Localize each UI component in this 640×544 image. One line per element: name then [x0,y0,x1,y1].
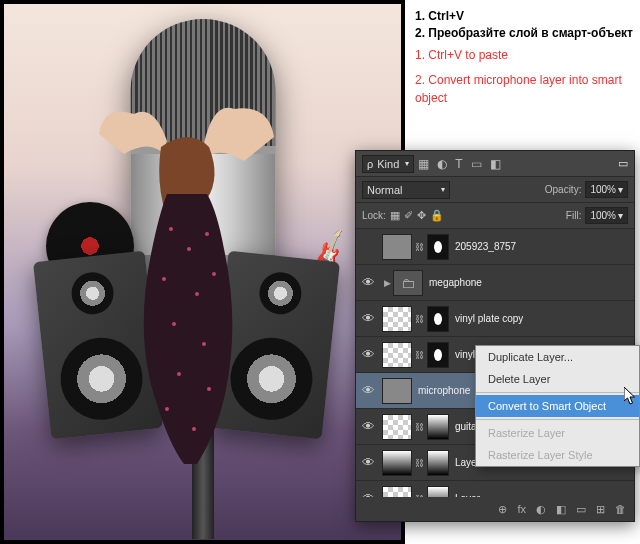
layer-row[interactable]: ⛓205923_8757 [356,229,634,265]
layers-filter-row[interactable]: ρ Kind ▾ ▦ ◐ T ▭ ◧ ▭ [356,151,634,177]
filter-adjust-icon[interactable]: ◐ [437,157,447,171]
visibility-toggle[interactable]: 👁 [356,419,380,434]
layer-mask-thumbnail[interactable] [427,342,449,368]
fill-label: Fill: [566,210,582,221]
filter-smart-icon[interactable]: ◧ [490,157,501,171]
filter-kind-select[interactable]: ρ Kind ▾ [362,155,414,173]
layer-mask-thumbnail[interactable] [427,306,449,332]
context-item: Rasterize Layer Style [476,444,639,466]
link-icon[interactable]: ⛓ [415,422,424,432]
layer-thumbnail[interactable] [382,378,412,404]
layer-name[interactable]: microphone [418,385,470,396]
link-icon[interactable]: ⛓ [415,314,424,324]
layer-row[interactable]: 👁⛓vinyl plate copy [356,301,634,337]
visibility-toggle[interactable]: 👁 [356,383,380,398]
layer-thumbnail[interactable] [382,342,412,368]
lock-all-icon[interactable]: 🔒 [430,209,444,222]
footer-button-5[interactable]: ⊞ [596,503,605,516]
layer-mask-thumbnail[interactable] [427,486,449,498]
lock-transparency-icon[interactable]: ▦ [390,209,400,222]
layer-thumbnail[interactable] [382,234,412,260]
instruction-line-4: 2. Convert microphone layer into smart o… [415,72,633,107]
layers-footer[interactable]: ⊕fx◐◧▭⊞🗑 [356,497,634,521]
filter-pixel-icon[interactable]: ▦ [418,157,429,171]
context-item: Rasterize Layer [476,422,639,444]
link-icon[interactable]: ⛓ [415,458,424,468]
layer-thumbnail[interactable] [382,414,412,440]
fill-field[interactable]: 100% ▾ [585,207,628,224]
visibility-toggle[interactable]: 👁 [356,491,380,497]
footer-button-0[interactable]: ⊕ [498,503,507,516]
svg-point-11 [165,407,169,411]
layer-thumbnail[interactable] [382,486,412,498]
lock-label: Lock: [362,210,386,221]
expand-triangle-icon[interactable]: ▶ [384,278,391,288]
chevron-down-icon: ▾ [618,182,623,197]
speaker-left [33,251,163,440]
chevron-down-icon: ▾ [405,159,409,168]
visibility-toggle[interactable]: 👁 [356,347,380,362]
opacity-value: 100% [590,182,616,197]
speaker-right [210,251,340,440]
instruction-line-1: 1. Ctrl+V [415,8,633,25]
lock-position-icon[interactable]: ✥ [417,209,426,222]
instruction-text: 1. Ctrl+V 2. Преобразйте слой в смарт-об… [415,8,633,107]
context-item[interactable]: Convert to Smart Object [476,395,639,417]
filter-toggle[interactable]: ▭ [618,157,628,170]
microphone-stand [192,289,214,539]
context-separator [476,419,639,420]
filter-type-icon[interactable]: T [455,157,462,171]
layer-name[interactable]: vinyl plate copy [455,313,523,324]
filter-kind-label: Kind [377,158,399,170]
fill-value: 100% [590,208,616,223]
layer-name[interactable]: guita [455,421,477,432]
layer-name[interactable]: Layer [455,493,480,497]
layer-mask-thumbnail[interactable] [427,234,449,260]
instruction-line-3: 1. Ctrl+V to paste [415,47,633,64]
visibility-toggle[interactable]: 👁 [356,311,380,326]
layer-row[interactable]: 👁⛓Layer [356,481,634,497]
link-icon[interactable]: ⛓ [415,242,424,252]
layer-mask-thumbnail[interactable] [427,450,449,476]
blend-mode-value: Normal [367,184,402,196]
filter-kind-icon: ρ [367,158,373,170]
footer-button-6[interactable]: 🗑 [615,503,626,515]
microphone-graphic: MXL 990 [130,19,275,289]
footer-button-2[interactable]: ◐ [536,503,546,516]
layer-name[interactable]: megaphone [429,277,482,288]
filter-icons[interactable]: ▦ ◐ T ▭ ◧ [418,157,500,171]
footer-button-4[interactable]: ▭ [576,503,586,516]
svg-point-7 [172,322,176,326]
opacity-label: Opacity: [545,184,582,195]
layer-row[interactable]: 👁▶🗀megaphone [356,265,634,301]
layer-mask-thumbnail[interactable] [427,414,449,440]
footer-button-1[interactable]: fx [517,503,526,515]
blend-mode-select[interactable]: Normal ▾ [362,181,450,199]
context-item[interactable]: Duplicate Layer... [476,346,639,368]
visibility-toggle[interactable]: 👁 [356,275,380,290]
blend-row[interactable]: Normal ▾ Opacity: 100% ▾ [356,177,634,203]
lock-brush-icon[interactable]: ✐ [404,209,413,222]
context-menu[interactable]: Duplicate Layer...Delete LayerConvert to… [475,345,640,467]
visibility-toggle[interactable]: 👁 [356,455,380,470]
instruction-line-2: 2. Преобразйте слой в смарт-объект [415,25,633,42]
opacity-field[interactable]: 100% ▾ [585,181,628,198]
layer-name[interactable]: 205923_8757 [455,241,516,252]
footer-button-3[interactable]: ◧ [556,503,566,516]
context-item[interactable]: Delete Layer [476,368,639,390]
layer-thumbnail[interactable] [382,450,412,476]
chevron-down-icon: ▾ [618,208,623,223]
document-canvas[interactable]: MXL 990 🎸 [0,0,405,544]
svg-point-9 [177,372,181,376]
link-icon[interactable]: ⛓ [415,350,424,360]
context-separator [476,392,639,393]
link-icon[interactable]: ⛓ [415,494,424,498]
filter-shape-icon[interactable]: ▭ [471,157,482,171]
microphone-grille [130,19,275,154]
chevron-down-icon: ▾ [441,185,445,194]
folder-icon: 🗀 [393,270,423,296]
lock-row[interactable]: Lock: ▦ ✐ ✥ 🔒 Fill: 100% ▾ [356,203,634,229]
layer-thumbnail[interactable] [382,306,412,332]
